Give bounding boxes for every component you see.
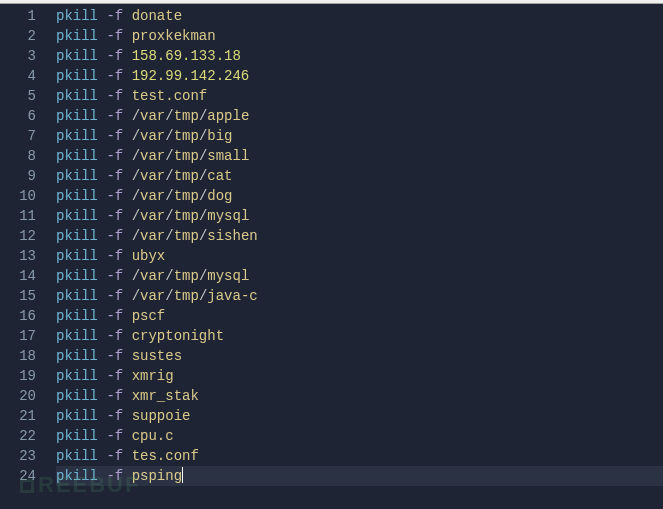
code-editor[interactable]: 123456789101112131415161718192021222324 … (0, 4, 663, 509)
command: pkill (56, 148, 98, 164)
code-line[interactable]: pkill -f xmrig (56, 366, 663, 386)
path-separator: / (165, 228, 173, 244)
path-segment: sishen (207, 228, 257, 244)
line-number: 17 (0, 326, 36, 346)
path-segment: tmp (174, 128, 199, 144)
path-segment: var (140, 268, 165, 284)
line-number: 8 (0, 146, 36, 166)
flag: -f (106, 308, 123, 324)
code-area[interactable]: pkill -f donatepkill -f proxkekmanpkill … (48, 4, 663, 509)
line-number: 14 (0, 266, 36, 286)
flag: -f (106, 288, 123, 304)
path-segment: var (140, 288, 165, 304)
code-line[interactable]: pkill -f /var/tmp/small (56, 146, 663, 166)
argument: cryptonight (132, 328, 224, 344)
code-line[interactable]: pkill -f tes.conf (56, 446, 663, 466)
flag: -f (106, 428, 123, 444)
flag: -f (106, 468, 123, 484)
command: pkill (56, 208, 98, 224)
path-segment: mysql (207, 268, 249, 284)
code-line[interactable]: pkill -f test.conf (56, 86, 663, 106)
path-separator: / (132, 228, 140, 244)
path-segment: cat (207, 168, 232, 184)
code-line[interactable]: pkill -f /var/tmp/apple (56, 106, 663, 126)
text-cursor (182, 467, 183, 483)
path-segment: var (140, 228, 165, 244)
path-separator: / (165, 208, 173, 224)
command: pkill (56, 28, 98, 44)
flag: -f (106, 128, 123, 144)
code-line[interactable]: pkill -f cryptonight (56, 326, 663, 346)
command: pkill (56, 108, 98, 124)
path-separator: / (132, 108, 140, 124)
flag: -f (106, 248, 123, 264)
code-line[interactable]: pkill -f 192.99.142.246 (56, 66, 663, 86)
path-separator: / (165, 108, 173, 124)
path-separator: / (132, 148, 140, 164)
code-line[interactable]: pkill -f /var/tmp/cat (56, 166, 663, 186)
path-segment: tmp (174, 108, 199, 124)
code-line[interactable]: pkill -f ubyx (56, 246, 663, 266)
code-line[interactable]: pkill -f /var/tmp/mysql (56, 266, 663, 286)
path-separator: / (132, 188, 140, 204)
command: pkill (56, 88, 98, 104)
path-segment: java-c (207, 288, 257, 304)
path-segment: var (140, 148, 165, 164)
flag: -f (106, 168, 123, 184)
command: pkill (56, 448, 98, 464)
argument: pscf (132, 308, 166, 324)
path-segment: var (140, 128, 165, 144)
path-segment: dog (207, 188, 232, 204)
command: pkill (56, 188, 98, 204)
argument: proxkekman (132, 28, 216, 44)
code-line[interactable]: pkill -f 158.69.133.18 (56, 46, 663, 66)
code-line[interactable]: pkill -f cpu.c (56, 426, 663, 446)
code-line[interactable]: pkill -f /var/tmp/big (56, 126, 663, 146)
path-separator: / (165, 268, 173, 284)
command: pkill (56, 308, 98, 324)
path-separator: / (165, 148, 173, 164)
path-separator: / (132, 208, 140, 224)
line-number: 2 (0, 26, 36, 46)
code-line[interactable]: pkill -f xmr_stak (56, 386, 663, 406)
line-number: 4 (0, 66, 36, 86)
line-number: 22 (0, 426, 36, 446)
code-line[interactable]: pkill -f sustes (56, 346, 663, 366)
code-line[interactable]: pkill -f suppoie (56, 406, 663, 426)
path-segment: var (140, 188, 165, 204)
path-segment: small (207, 148, 249, 164)
line-number: 7 (0, 126, 36, 146)
line-number-gutter: 123456789101112131415161718192021222324 (0, 4, 48, 509)
line-number: 13 (0, 246, 36, 266)
flag: -f (106, 108, 123, 124)
code-line[interactable]: pkill -f /var/tmp/dog (56, 186, 663, 206)
command: pkill (56, 468, 98, 484)
command: pkill (56, 248, 98, 264)
code-line[interactable]: pkill -f pscf (56, 306, 663, 326)
argument: test.conf (132, 88, 208, 104)
code-line[interactable]: pkill -f /var/tmp/java-c (56, 286, 663, 306)
code-line[interactable]: pkill -f /var/tmp/mysql (56, 206, 663, 226)
line-number: 12 (0, 226, 36, 246)
flag: -f (106, 208, 123, 224)
argument: psping (132, 468, 182, 484)
line-number: 9 (0, 166, 36, 186)
path-separator: / (132, 168, 140, 184)
code-line[interactable]: pkill -f /var/tmp/sishen (56, 226, 663, 246)
command: pkill (56, 128, 98, 144)
path-segment: tmp (174, 268, 199, 284)
argument: sustes (132, 348, 182, 364)
line-number: 21 (0, 406, 36, 426)
command: pkill (56, 428, 98, 444)
argument: cpu.c (132, 428, 174, 444)
flag: -f (106, 328, 123, 344)
path-segment: big (207, 128, 232, 144)
line-number: 20 (0, 386, 36, 406)
path-separator: / (132, 128, 140, 144)
path-segment: mysql (207, 208, 249, 224)
command: pkill (56, 268, 98, 284)
code-line[interactable]: pkill -f psping (56, 466, 663, 486)
code-line[interactable]: pkill -f donate (56, 6, 663, 26)
path-segment: tmp (174, 148, 199, 164)
code-line[interactable]: pkill -f proxkekman (56, 26, 663, 46)
